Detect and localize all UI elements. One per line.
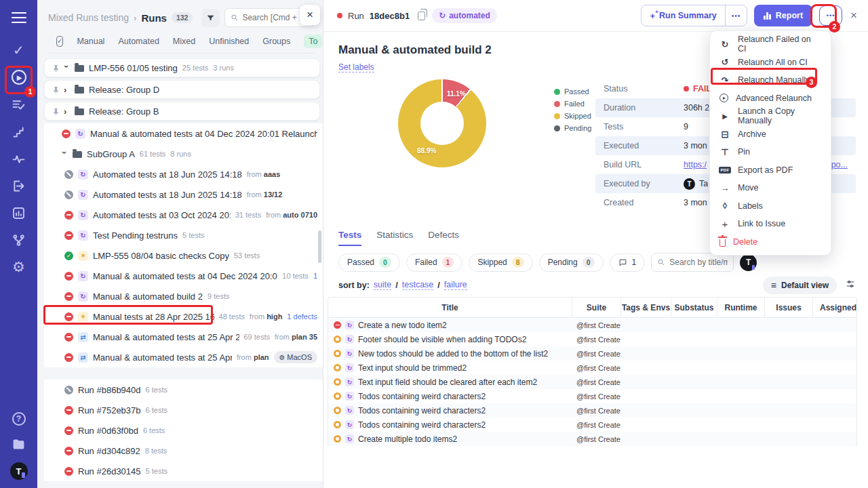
status-row-link-tail[interactable]: po... [831,160,848,169]
result-filter-chip[interactable]: Skipped 8 [469,253,532,272]
list-item[interactable]: › Manual & automated tests at 25 Apr 202… [44,347,323,367]
list-item[interactable]: › Automated tests at 03 Oct 2024 20:25 3… [44,205,323,225]
column-header[interactable]: Issues [765,298,813,318]
list-item[interactable]: › Manual tests at 28 Apr 2025 16:50 48 t… [44,306,323,327]
list-item[interactable]: › Manual & automated tests at 04 Dec 202… [44,266,323,286]
runs-play-icon[interactable]: ▶ [11,69,27,85]
run-defects-link[interactable]: 1 [313,272,317,280]
run-summary-more-icon[interactable]: ••• [725,5,747,26]
runs-filter-tab[interactable]: Mixed [173,37,195,46]
list-item[interactable]: › Run #d304c892 8 tests [44,441,323,461]
list-item[interactable]: › Run #0d63f0bd 6 tests [44,420,323,441]
runs-filter-tab[interactable]: To [304,35,322,48]
list-item[interactable]: › Manual & automated tests at 04 Dec 202… [44,123,323,144]
table-row[interactable]: Create multiple todo items2 @first Creat… [328,432,856,446]
list-item[interactable]: › Manual & automated tests at 25 Apr 202… [44,327,323,347]
default-view-button[interactable]: Default view [763,277,837,294]
runs-search-input[interactable] [242,13,309,22]
list-item[interactable]: › SubGroup A 61 tests 8 runs [44,144,323,164]
detail-tab[interactable]: Tests [338,230,361,246]
menu-item[interactable]: Relaunch Manually [710,71,831,89]
runs-filter-tab[interactable]: Automated [118,37,159,46]
list-item[interactable]: › Run #752eb37b 6 tests [44,400,323,420]
filter-button[interactable] [201,9,220,27]
column-header[interactable]: Suite [572,298,621,318]
table-row[interactable]: New todos should be added to the bottom … [328,346,856,361]
set-labels-link[interactable]: Set labels [338,62,374,73]
table-row[interactable]: Create a new todo item2 @first Create ..… [328,318,856,332]
column-header[interactable]: Tags & Envs [621,298,671,318]
menu-item[interactable]: Relaunch All on CI [710,54,831,72]
list-item[interactable]: › LMP-555 08/04 basic checks Copy 53 tes… [44,245,323,266]
result-filter-chip[interactable]: Pending 0 [539,253,604,272]
pulse-icon[interactable] [11,150,27,167]
list-item[interactable]: › Test Pending testruns 5 tests [44,225,323,245]
menu-item[interactable]: Archive [710,125,831,144]
more-actions-button[interactable]: ••• [819,5,842,26]
assignee-avatar[interactable]: T [740,254,757,271]
test-plans-icon[interactable] [11,96,27,113]
list-item[interactable]: › Run #26d30145 5 tests [44,461,323,481]
sort-by-suite[interactable]: suite [374,280,391,290]
runs-filter-tab[interactable]: Unfinished [209,37,249,46]
report-button[interactable]: Report [754,5,812,26]
chevron-icon[interactable]: › [60,151,70,157]
menu-item[interactable]: Advanced Relaunch [710,89,831,108]
import-icon[interactable] [11,178,27,194]
list-item[interactable]: › LMP-556 01/05 testing 25 tests 3 runs [44,58,320,77]
settings-gear-icon[interactable]: ⚙ [11,259,27,275]
result-filter-chip[interactable]: Failed 1 [406,253,463,272]
list-item[interactable]: › Release: Group B [44,102,320,121]
sort-by-failure[interactable]: failure [444,280,467,290]
column-settings-icon[interactable] [845,279,856,291]
table-row[interactable]: Footer should be visible when adding TOD… [328,332,856,346]
panel-close-icon[interactable]: × [300,5,320,25]
runs-filter-tab[interactable]: Manual [77,37,104,46]
table-row[interactable]: Text input field should be cleared after… [328,375,856,389]
chevron-icon[interactable]: › [64,106,70,117]
run-summary-button[interactable]: +Run Summary ••• [641,5,747,26]
help-icon[interactable]: ? [12,412,26,426]
table-row[interactable]: Text input should be trimmed2 @first Cre… [328,361,856,375]
select-all-icon[interactable]: ✓ [56,36,63,47]
list-item[interactable]: › Run #b86b940d 6 tests [44,380,323,400]
copy-icon[interactable] [418,12,425,20]
column-header[interactable]: Runtime [717,298,765,318]
chevron-icon[interactable]: › [64,85,70,95]
column-header[interactable]: Title [328,298,572,318]
menu-item[interactable]: Labels [710,197,831,216]
user-avatar[interactable]: T [10,462,28,480]
menu-item[interactable]: Relaunch Failed on CI [710,35,831,54]
projects-folder-icon[interactable] [11,436,27,452]
menu-item[interactable]: Launch a Copy Manually [710,107,831,125]
runs-filter-tab[interactable]: Groups [262,37,290,46]
menu-item[interactable]: Delete [710,233,831,251]
menu-icon[interactable] [11,9,27,26]
run-defects-link[interactable]: 1 defects [287,312,317,321]
close-icon[interactable]: × [849,9,859,22]
table-row[interactable]: Todos containing weird characters2 @firs… [328,418,856,432]
column-header[interactable]: Assigned To [813,298,856,318]
menu-item[interactable]: Link to Issue [710,215,831,233]
list-item[interactable]: › Automated tests at 18 Jun 2025 14:18 1… [44,184,323,205]
milestones-icon[interactable] [11,123,27,140]
breadcrumb-project[interactable]: Mixed Runs testing [48,12,129,23]
branch-icon[interactable] [11,232,27,248]
table-row[interactable]: Todos containing weird characters2 @firs… [328,403,856,418]
sort-by-testcase[interactable]: testcase [402,280,434,290]
scrollbar-thumb[interactable] [318,230,321,263]
check-icon[interactable]: ✓ [11,42,27,58]
result-filter-chip[interactable]: Passed 0 [338,253,400,272]
analytics-icon[interactable] [11,205,27,221]
list-item[interactable]: › Manual & automated build 2 9 tests [44,286,323,306]
table-row[interactable]: Todos containing weird characters2 @firs… [328,389,856,403]
detail-tab[interactable]: Statistics [376,230,413,246]
chevron-icon[interactable]: › [62,65,72,71]
menu-item[interactable]: Export as PDF [710,161,831,180]
list-item[interactable]: › Automated tests at 18 Jun 2025 14:18 a… [44,164,323,184]
comments-filter-chip[interactable]: 1 [610,253,646,272]
menu-item[interactable]: Move [710,179,831,197]
menu-item[interactable]: Pin [710,143,831,161]
list-item[interactable]: › Release: Group D [44,80,320,99]
column-header[interactable]: Substatus [671,298,717,318]
